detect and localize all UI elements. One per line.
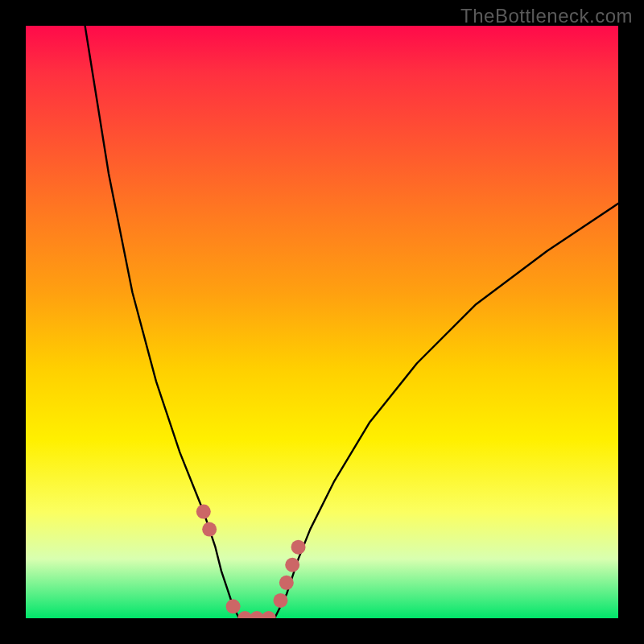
data-marker	[273, 593, 287, 608]
data-marker	[279, 576, 294, 590]
data-marker	[262, 611, 276, 618]
attribution-text: TheBottleneck.com	[460, 5, 633, 27]
data-marker	[285, 558, 299, 572]
marker-group	[196, 505, 306, 618]
curve-layer	[26, 26, 618, 618]
figure-root: TheBottleneck.com	[0, 0, 644, 644]
plot-area	[26, 26, 618, 618]
bottleneck-curve	[85, 26, 618, 618]
data-marker	[226, 599, 241, 613]
data-marker	[196, 505, 211, 519]
data-marker	[291, 540, 306, 555]
data-marker	[202, 522, 217, 537]
